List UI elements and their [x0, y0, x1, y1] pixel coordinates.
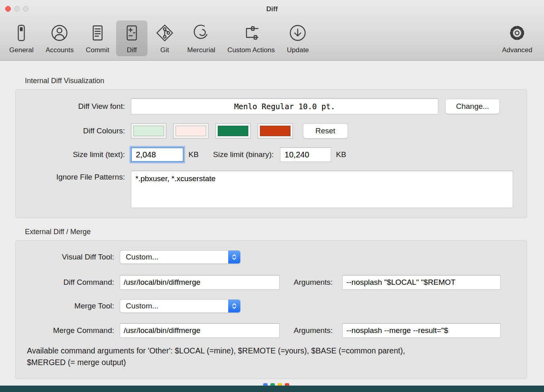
preferences-window: Diff General Accounts Commit — [0, 0, 544, 379]
ignore-patterns-row: Ignore File Patterns: *.pbxuser, *.xcuse… — [16, 171, 527, 208]
colour-swatch — [218, 126, 248, 136]
colour-well-added-dark[interactable] — [215, 123, 251, 139]
merge-command-label: Merge Command: — [16, 326, 114, 335]
diff-colours-row: Diff Colours: Reset — [16, 123, 527, 139]
diff-font-label: Diff View font: — [16, 102, 125, 111]
reset-colours-button[interactable]: Reset — [303, 123, 348, 139]
toolbar-item-mercurial[interactable]: Mercurial — [182, 20, 221, 56]
size-limits-row: Size limit (text): KB Size limit (binary… — [16, 147, 527, 162]
internal-section-title: Internal Diff Visualization — [25, 77, 544, 85]
popup-stepper-icon — [228, 251, 240, 263]
mercurial-icon — [191, 22, 212, 43]
external-group-box: Visual Diff Tool: Custom... Diff Command… — [15, 240, 527, 379]
colour-well-added[interactable] — [131, 123, 166, 139]
size-limit-binary-input[interactable] — [280, 147, 331, 162]
toolbar-item-advanced[interactable]: Advanced — [497, 20, 538, 56]
diff-arguments-input[interactable] — [342, 275, 501, 290]
window-title: Diff — [0, 0, 544, 18]
visual-diff-tool-label: Visual Diff Tool: — [16, 253, 114, 261]
size-limit-text-unit: KB — [188, 150, 198, 159]
ignore-patterns-label: Ignore File Patterns: — [16, 171, 125, 182]
merge-command-row: Merge Command: Arguments: — [16, 323, 527, 338]
merge-command-input[interactable] — [120, 323, 280, 338]
toolbar-item-label: Update — [287, 46, 309, 54]
diff-command-row: Diff Command: Arguments: — [16, 275, 527, 290]
size-limit-text-input[interactable] — [131, 147, 184, 162]
merge-arguments-input[interactable] — [342, 323, 501, 338]
colour-well-removed[interactable] — [173, 123, 209, 139]
advanced-gear-icon — [507, 22, 528, 43]
colour-swatch — [133, 126, 164, 136]
zoom-button[interactable] — [23, 6, 29, 12]
colour-well-removed-dark[interactable] — [258, 123, 293, 139]
toolbar-item-commit[interactable]: Commit — [80, 20, 115, 56]
popup-stepper-icon — [228, 300, 240, 312]
toolbar-item-accounts[interactable]: Accounts — [40, 20, 79, 56]
toolbar-item-label: Accounts — [45, 46, 74, 54]
merge-tool-value: Custom... — [126, 302, 158, 310]
visual-diff-tool-value: Custom... — [126, 253, 158, 261]
toolbar-item-label: Advanced — [502, 46, 532, 54]
update-icon — [287, 22, 308, 43]
minimize-button[interactable] — [14, 6, 20, 12]
general-icon — [11, 22, 32, 43]
accounts-icon — [49, 22, 70, 43]
diff-command-input[interactable] — [120, 275, 280, 290]
diff-arguments-label: Arguments: — [294, 278, 333, 287]
diff-command-label: Diff Command: — [16, 278, 114, 287]
custom-actions-icon — [241, 22, 262, 43]
size-limit-text-label: Size limit (text): — [16, 150, 125, 159]
toolbar-item-label: General — [9, 46, 33, 54]
toolbar: General Accounts Commit Diff — [0, 18, 544, 60]
visual-diff-tool-row: Visual Diff Tool: Custom... — [16, 250, 527, 264]
toolbar-item-label: Git — [160, 46, 169, 54]
commit-icon — [87, 22, 108, 43]
diff-font-row: Diff View font: Menlo Regular 10.0 pt. C… — [16, 98, 527, 114]
toolbar-item-general[interactable]: General — [4, 20, 39, 56]
toolbar-item-custom-actions[interactable]: Custom Actions — [222, 20, 280, 56]
colour-swatch — [176, 126, 206, 136]
titlebar: Diff — [0, 0, 544, 18]
colour-swatch — [260, 126, 290, 136]
window-header: Diff General Accounts Commit — [0, 0, 544, 61]
toolbar-item-update[interactable]: Update — [282, 20, 314, 56]
toolbar-item-label: Custom Actions — [227, 46, 275, 54]
toolbar-item-git[interactable]: Git — [149, 20, 180, 56]
traffic-lights — [5, 6, 29, 12]
toolbar-item-label: Mercurial — [187, 46, 215, 54]
command-arguments-help-text: Available command arguments for 'Other':… — [27, 345, 433, 368]
size-limit-binary-unit: KB — [336, 150, 346, 159]
git-icon — [154, 22, 175, 43]
diff-font-field: Menlo Regular 10.0 pt. — [131, 98, 438, 114]
merge-tool-row: Merge Tool: Custom... — [16, 299, 527, 313]
close-button[interactable] — [5, 6, 11, 12]
diff-icon — [121, 22, 142, 43]
diff-colours-label: Diff Colours: — [16, 127, 125, 135]
change-font-button[interactable]: Change... — [445, 99, 500, 114]
merge-tool-popup[interactable]: Custom... — [120, 299, 241, 313]
size-limit-binary-label: Size limit (binary): — [213, 150, 274, 159]
toolbar-item-diff[interactable]: Diff — [116, 20, 147, 56]
visual-diff-tool-popup[interactable]: Custom... — [120, 250, 241, 264]
external-section-title: External Diff / Merge — [25, 228, 544, 236]
ignore-patterns-textarea[interactable]: *.pbxuser, *.xcuserstate — [131, 171, 513, 208]
merge-arguments-label: Arguments: — [294, 326, 333, 335]
desktop-background-strip — [0, 386, 544, 392]
toolbar-item-label: Diff — [127, 46, 137, 54]
merge-tool-label: Merge Tool: — [16, 302, 114, 310]
internal-group-box: Diff View font: Menlo Regular 10.0 pt. C… — [15, 89, 527, 218]
toolbar-item-label: Commit — [86, 46, 109, 54]
